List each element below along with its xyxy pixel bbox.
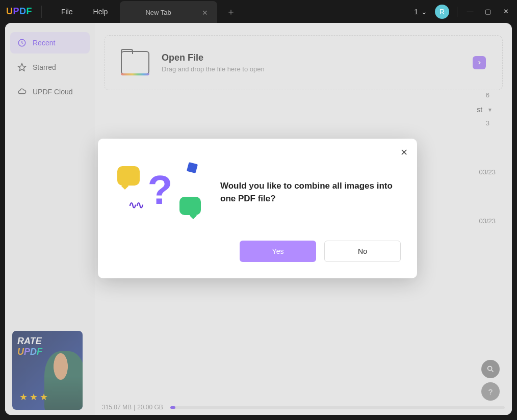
dialog-illustration: ? ∿∿ bbox=[114, 162, 206, 223]
combine-images-dialog: ✕ ? ∿∿ Would you like to combine all ima… bbox=[98, 139, 417, 278]
menu-help[interactable]: Help bbox=[83, 8, 118, 16]
close-button[interactable]: ✕ bbox=[501, 8, 511, 15]
maximize-button[interactable]: ▢ bbox=[483, 8, 493, 15]
chevron-down-icon: ⌄ bbox=[421, 8, 427, 16]
dialog-close-button[interactable]: ✕ bbox=[400, 147, 408, 158]
minimize-button[interactable]: — bbox=[465, 8, 475, 15]
menu-file[interactable]: File bbox=[51, 8, 83, 16]
dialog-yes-button[interactable]: Yes bbox=[240, 241, 316, 262]
tab-new[interactable]: New Tab ✕ bbox=[120, 1, 217, 24]
app-logo: UPDF bbox=[6, 6, 32, 17]
avatar[interactable]: R bbox=[435, 5, 449, 19]
tab-count[interactable]: 1 ⌄ bbox=[414, 8, 427, 16]
add-tab-button[interactable]: ＋ bbox=[226, 6, 236, 18]
dialog-message: Would you like to combine all images int… bbox=[220, 180, 401, 205]
close-icon[interactable]: ✕ bbox=[202, 9, 208, 17]
tab-title: New Tab bbox=[145, 9, 171, 16]
dialog-no-button[interactable]: No bbox=[324, 241, 401, 262]
